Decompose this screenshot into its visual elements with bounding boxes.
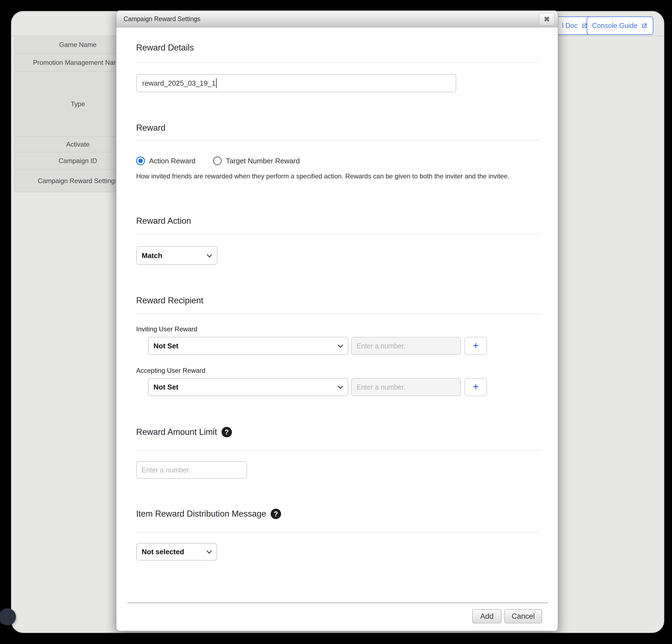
close-icon: ✖ [544, 16, 550, 23]
console-guide-button[interactable]: Console Guide [587, 16, 653, 35]
reward-details-heading: Reward Details [136, 43, 194, 53]
chevron-down-icon [207, 252, 212, 258]
inviting-user-reward-label: Inviting User Reward [136, 325, 197, 333]
accepting-user-reward-label: Accepting User Reward [136, 367, 205, 374]
item-reward-distribution-message-heading: Item Reward Distribution Message ? [136, 509, 281, 519]
dialog-titlebar: Campaign Reward Settings ✖ [116, 11, 558, 27]
footer-divider [128, 603, 548, 603]
accepting-user-reward-add-button[interactable]: + [465, 378, 487, 396]
plus-icon: + [473, 341, 479, 350]
inviting-user-reward-add-button[interactable]: + [465, 337, 487, 355]
reward-recipient-heading: Reward Recipient [136, 296, 203, 306]
console-guide-label: Console Guide [592, 22, 637, 29]
inviting-user-reward-amount-input[interactable] [351, 337, 461, 355]
chevron-down-icon [206, 548, 212, 554]
reward-action-select[interactable]: Match [136, 246, 217, 265]
radio-target-number-reward-label: Target Number Reward [226, 157, 300, 165]
add-button[interactable]: Add [472, 609, 502, 623]
chevron-down-icon [338, 383, 343, 389]
inviting-user-reward-selected-value: Not Set [154, 342, 178, 350]
section-divider [136, 140, 539, 141]
reward-action-selected-value: Match [142, 251, 162, 260]
accepting-user-reward-amount-input[interactable] [351, 378, 461, 396]
dialog-title: Campaign Reward Settings [123, 15, 200, 23]
item-reward-distribution-message-select[interactable]: Not selected [136, 543, 217, 561]
section-divider [136, 533, 539, 533]
reward-action-heading: Reward Action [136, 216, 191, 226]
section-divider [136, 62, 539, 63]
reward-type-radio-group: Action Reward Target Number Reward [136, 156, 300, 165]
reward-name-value: reward_2025_03_19_1 [142, 79, 216, 87]
reward-description: How invited friends are rewarded when th… [136, 171, 539, 181]
inviting-user-reward-select[interactable]: Not Set [148, 337, 348, 355]
chevron-down-icon [338, 342, 343, 348]
reward-amount-limit-heading-text: Reward Amount Limit [136, 427, 217, 437]
cancel-button[interactable]: Cancel [504, 609, 542, 623]
external-link-icon [641, 22, 648, 29]
radio-unselected-icon [213, 156, 222, 165]
radio-action-reward[interactable]: Action Reward [136, 156, 195, 165]
reward-heading: Reward [136, 123, 166, 133]
radio-action-reward-label: Action Reward [149, 157, 195, 165]
reward-recipient-heading-text: Reward Recipient [136, 296, 203, 306]
close-button[interactable]: ✖ [539, 13, 554, 25]
text-cursor [216, 78, 217, 88]
item-reward-distribution-message-heading-text: Item Reward Distribution Message [136, 509, 266, 519]
reward-amount-limit-input[interactable] [136, 461, 247, 479]
reward-details-heading-text: Reward Details [136, 43, 194, 53]
accepting-user-reward-select[interactable]: Not Set [148, 378, 348, 396]
section-divider [136, 313, 539, 314]
reward-name-input[interactable]: reward_2025_03_19_1 [136, 74, 456, 92]
reward-amount-limit-heading: Reward Amount Limit ? [136, 427, 232, 437]
doc-button-label: l Doc [562, 22, 578, 29]
reward-action-heading-text: Reward Action [136, 216, 191, 226]
section-divider [136, 234, 539, 235]
plus-icon: + [473, 382, 479, 392]
help-icon[interactable]: ? [221, 427, 232, 437]
help-icon[interactable]: ? [271, 509, 281, 519]
section-divider [136, 450, 539, 451]
accepting-user-reward-selected-value: Not Set [154, 383, 178, 392]
reward-heading-text: Reward [136, 123, 166, 133]
radio-selected-icon [136, 156, 145, 165]
campaign-reward-settings-dialog: Campaign Reward Settings ✖ Reward Detail… [116, 10, 559, 631]
radio-target-number-reward[interactable]: Target Number Reward [213, 156, 300, 165]
item-reward-message-selected-value: Not selected [142, 548, 184, 556]
